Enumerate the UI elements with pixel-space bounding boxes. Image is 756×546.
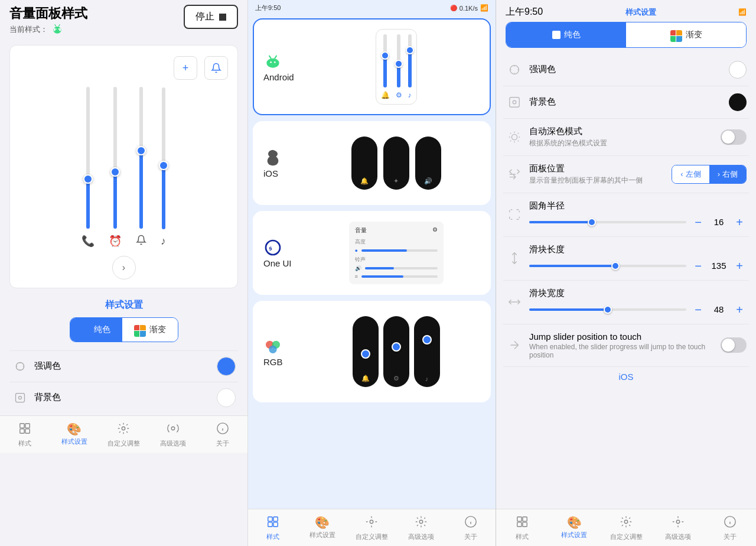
svg-line-6	[55, 25, 56, 27]
slider-length-decrease[interactable]: −	[691, 259, 705, 273]
right-nav-style-settings[interactable]: 🎨 样式设置	[548, 513, 600, 544]
svg-point-8	[16, 362, 24, 370]
nav-item-about[interactable]: 关于	[198, 420, 247, 450]
panel-title: 音量面板样式	[9, 5, 87, 22]
android-preview: 🔔 ⚙ ♪	[312, 29, 480, 105]
accent-color-label: 强调色	[34, 360, 217, 372]
left-position-button[interactable]: ‹ 左侧	[672, 165, 709, 183]
nav-item-style-settings[interactable]: 🎨 样式设置	[50, 420, 99, 450]
slider-3	[136, 84, 146, 250]
middle-nav-advanced[interactable]: 高级选项	[396, 513, 446, 544]
style-cards-list: Android 🔔	[248, 14, 496, 509]
slider-fill-4	[162, 165, 165, 229]
corner-radius-decrease[interactable]: −	[691, 215, 705, 229]
right-dark-action	[721, 129, 747, 145]
slider-width-increase[interactable]: +	[732, 303, 747, 317]
expand-button[interactable]: ›	[112, 256, 136, 280]
middle-nav-style[interactable]: 样式	[248, 513, 298, 544]
android-card[interactable]: Android 🔔	[253, 18, 491, 115]
right-solid-button[interactable]: 纯色	[506, 22, 626, 47]
right-nav-custom[interactable]: 自定义调整	[600, 513, 652, 544]
slider-width-track[interactable]	[529, 308, 686, 311]
svg-point-37	[370, 520, 374, 524]
sliders-area: + 📞	[9, 45, 238, 288]
svg-rect-11	[20, 423, 24, 427]
slider-2: ⏰	[109, 84, 122, 250]
rgb-card-info: RGB	[263, 337, 305, 367]
android-card-info: Android	[263, 52, 305, 82]
svg-rect-51	[523, 522, 527, 526]
right-slider-width-icon	[506, 293, 523, 311]
right-gradient-button[interactable]: 渐变	[626, 22, 746, 47]
nav-item-advanced[interactable]: 高级选项	[148, 420, 198, 450]
solid-icon	[82, 326, 90, 334]
solid-color-button[interactable]: 纯色	[70, 318, 122, 342]
oneui-card-info: 𝖘 One UI	[263, 238, 305, 268]
right-slider-length-icon	[506, 249, 523, 267]
slider-fill-2	[113, 172, 117, 229]
add-button[interactable]: +	[174, 56, 197, 80]
right-slider-length-row: 滑块长度 − 135 +	[503, 237, 749, 281]
right-bg-swatch[interactable]	[729, 93, 747, 111]
position-btn-group: ‹ 左侧 › 右侧	[672, 165, 747, 184]
ios-card-name: iOS	[263, 168, 305, 178]
stop-button[interactable]: 停止	[184, 5, 238, 29]
middle-nav-about[interactable]: 关于	[446, 513, 496, 544]
svg-rect-48	[517, 517, 522, 521]
right-about-icon	[724, 515, 737, 531]
right-accent-content: 强调色	[529, 64, 723, 75]
nav-item-custom[interactable]: 自定义调整	[99, 420, 149, 450]
android-card-icon	[263, 52, 282, 71]
svg-rect-43	[510, 97, 520, 107]
slider-track-1[interactable]	[86, 87, 90, 229]
right-accent-title: 强调色	[529, 64, 723, 75]
middle-status-icons: 🔴 0.1K/s 📶	[450, 4, 488, 12]
right-accent-row: 强调色	[503, 54, 749, 86]
slider-track-2[interactable]	[113, 87, 117, 229]
oneui-card[interactable]: 𝖘 One UI 音量 ⚙ 高度 ●	[253, 211, 491, 295]
corner-radius-fill	[529, 221, 592, 223]
slider-length-track[interactable]	[529, 265, 686, 267]
right-slider-width-content: 滑块宽度 − 48 +	[529, 288, 747, 317]
right-jump-row: Jump slider position to touch When enabl…	[503, 324, 749, 367]
svg-rect-34	[273, 517, 278, 521]
ios-link[interactable]: iOS	[503, 367, 749, 386]
slider-length-value: 135	[710, 261, 728, 271]
corner-radius-track[interactable]	[529, 221, 686, 223]
right-position-row: 面板位置 显示音量控制面板于屏幕的其中一侧 ‹ 左侧 › 右侧	[503, 156, 749, 193]
right-nav-about[interactable]: 关于	[704, 513, 756, 544]
svg-point-15	[122, 427, 126, 430]
svg-rect-13	[20, 428, 24, 433]
jump-slider-toggle[interactable]	[721, 337, 747, 353]
stop-icon	[219, 14, 226, 21]
nav-item-style[interactable]: 样式	[0, 420, 50, 450]
gradient-button[interactable]: 渐变	[122, 318, 178, 342]
slider-length-increase[interactable]: +	[732, 259, 747, 273]
middle-bottom-nav: 样式 🎨 样式设置 自定义调整 高级选项 关于	[248, 509, 496, 546]
svg-rect-35	[268, 522, 272, 526]
bg-color-swatch[interactable]	[217, 388, 236, 407]
bell-button[interactable]	[204, 56, 228, 80]
right-dark-subtitle: 根据系统的深色模式设置	[529, 138, 715, 148]
corner-radius-increase[interactable]: +	[732, 215, 747, 229]
right-header: 上午9:50 样式设置 📶	[496, 0, 756, 22]
right-position-button[interactable]: › 右侧	[709, 165, 746, 183]
accent-icon	[12, 358, 28, 375]
accent-color-swatch[interactable]	[217, 357, 236, 376]
slider-width-thumb	[604, 306, 612, 314]
rgb-card[interactable]: RGB 🔔 ⚙ ♪	[253, 301, 491, 402]
right-slider-length-title: 滑块长度	[529, 244, 747, 255]
svg-point-53	[676, 520, 680, 524]
slider-thumb-1	[83, 174, 93, 184]
right-accent-swatch[interactable]	[729, 61, 747, 79]
ios-card[interactable]: iOS 🔔 ✦ 🔊	[253, 121, 491, 205]
slider-track-4[interactable]	[162, 87, 165, 229]
slider-fill-1	[86, 179, 90, 229]
slider-width-decrease[interactable]: −	[691, 303, 705, 317]
middle-nav-custom[interactable]: 自定义调整	[347, 513, 397, 544]
dark-mode-toggle[interactable]	[721, 129, 747, 145]
slider-track-3[interactable]	[139, 87, 143, 229]
middle-nav-style-settings[interactable]: 🎨 样式设置	[298, 513, 347, 544]
right-nav-advanced[interactable]: 高级选项	[652, 513, 704, 544]
right-nav-style[interactable]: 样式	[496, 513, 548, 544]
